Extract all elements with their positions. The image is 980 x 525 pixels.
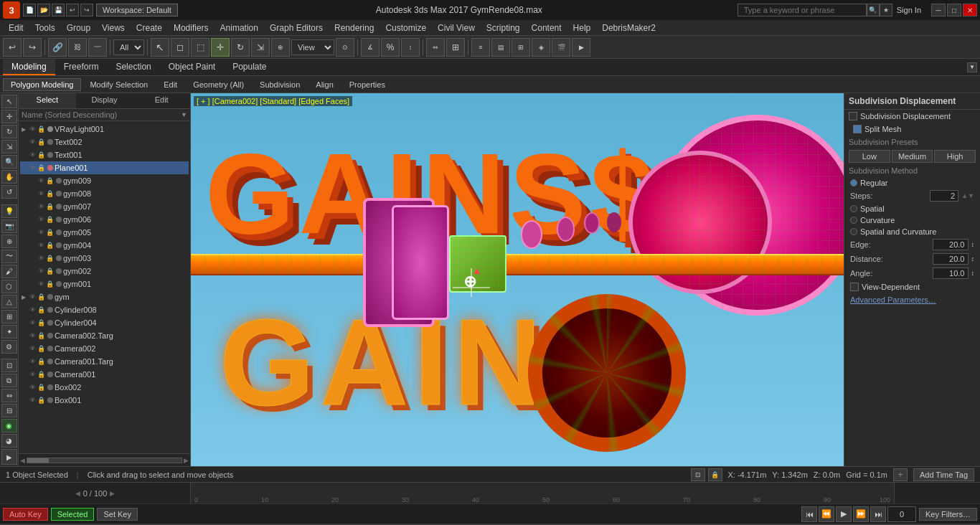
redo-tb-btn[interactable]: ↪	[23, 38, 42, 57]
menu-help[interactable]: Help	[567, 22, 597, 34]
render-scene-btn[interactable]: 🎬	[552, 38, 570, 57]
save-btn[interactable]: 💾	[52, 4, 65, 16]
link-btn[interactable]: 🔗	[48, 38, 67, 57]
tree-item-text001[interactable]: 👁 🔒 Text001	[20, 148, 189, 161]
lock-icon[interactable]: 🔒	[37, 164, 45, 171]
tree-item-gym001[interactable]: 👁 🔒 gym001	[20, 278, 189, 290]
regular-radio[interactable]	[850, 179, 857, 186]
tree-item-box002[interactable]: 👁 🔒 Box002	[20, 381, 189, 394]
preset-medium-btn[interactable]: Medium	[892, 150, 933, 163]
ribbon-btn[interactable]: ▤	[491, 38, 510, 57]
tree-tab-select[interactable]: Select	[19, 93, 76, 108]
name-sort-header[interactable]: Name (Sorted Descending) ▼	[19, 109, 190, 121]
preset-high-btn[interactable]: High	[934, 150, 976, 163]
spatial-curvature-radio[interactable]	[850, 228, 857, 235]
tree-item-camera001[interactable]: 👁 🔒 Camera001	[20, 368, 189, 381]
scale-btn[interactable]: ⇲	[251, 38, 270, 57]
menu-customize[interactable]: Customize	[380, 22, 432, 34]
tree-item-gym009[interactable]: 👁 🔒 gym009	[20, 174, 189, 187]
sub-tab-properties[interactable]: Properties	[342, 79, 392, 90]
edge-input[interactable]	[933, 239, 969, 250]
sub-tab-align[interactable]: Align	[308, 79, 340, 90]
menu-animation[interactable]: Animation	[215, 22, 264, 34]
tree-item-gym005[interactable]: 👁 🔒 gym005	[20, 226, 189, 239]
view-dependent-checkbox[interactable]	[850, 283, 859, 291]
eye-icon[interactable]: 👁	[29, 138, 36, 146]
schematic-view-btn[interactable]: ⊞	[512, 38, 530, 57]
distance-spinner[interactable]: ↕	[971, 255, 975, 262]
tree-item-camera001-target[interactable]: 👁 🔒 Camera001.Targ	[20, 355, 189, 368]
lock-icon[interactable]: 🔒	[46, 177, 54, 184]
material-editor-btn[interactable]: ◈	[532, 38, 550, 57]
tab-modeling[interactable]: Modeling	[3, 60, 55, 75]
eye-icon[interactable]: 👁	[29, 164, 36, 171]
expand-ribbon-btn[interactable]: ▼	[967, 62, 977, 72]
menu-tools[interactable]: Tools	[29, 22, 61, 34]
tree-item-gym006[interactable]: 👁 🔒 gym006	[20, 213, 189, 226]
tree-item-plane001[interactable]: 👁 🔒 Plane001	[20, 161, 189, 174]
geometry-btn[interactable]: ⬡	[1, 280, 17, 293]
new-btn[interactable]: 📄	[23, 4, 36, 16]
scroll-right-btn[interactable]: ▶	[184, 457, 189, 464]
angle-input[interactable]	[933, 268, 969, 279]
shape-btn[interactable]: △	[1, 295, 17, 308]
edge-spinner[interactable]: ↕	[971, 241, 975, 248]
tab-selection[interactable]: Selection	[107, 60, 159, 75]
select-move-btn[interactable]: ✛	[211, 38, 230, 57]
open-btn[interactable]: 📂	[37, 4, 50, 16]
timeline-track[interactable]: 0 10 20 30 40 50 60 70 80 90 100	[191, 483, 894, 503]
steps-input[interactable]	[930, 190, 958, 202]
spinner-snap-btn[interactable]: ↕	[401, 38, 420, 57]
menu-graph-editors[interactable]: Graph Editors	[264, 22, 329, 34]
key-filters-btn[interactable]: Key Filters…	[919, 508, 977, 521]
auto-key-btn[interactable]: Auto Key	[3, 508, 48, 521]
menu-edit[interactable]: Edit	[3, 22, 29, 34]
workspace-dropdown[interactable]: Workspace: Default	[96, 4, 178, 16]
menu-views[interactable]: Views	[96, 22, 131, 34]
viewport[interactable]: [ + ] [Camera002] [Standard] [Edged Face…	[191, 93, 844, 466]
mirror-btn[interactable]: ⇔	[426, 38, 445, 57]
mirror-lt-btn[interactable]: ⇔	[1, 389, 17, 402]
eye-icon[interactable]: 👁	[38, 177, 44, 184]
tree-tab-display[interactable]: Display	[76, 93, 133, 108]
lock-icon[interactable]: 🔒	[37, 126, 45, 133]
unlink-btn[interactable]: ⛓	[68, 38, 87, 57]
prev-frame-btn[interactable]: ⏪	[819, 506, 834, 522]
current-frame-input[interactable]	[887, 506, 916, 522]
add-time-tag-btn[interactable]: Add Time Tag	[913, 468, 974, 481]
tab-populate[interactable]: Populate	[224, 60, 275, 75]
select-tool[interactable]: ↖	[1, 95, 17, 108]
snap-lock-btn[interactable]: 🔒	[708, 468, 722, 481]
rotate-btn[interactable]: ↻	[231, 38, 250, 57]
select-region-type-btn[interactable]: ⬚	[191, 38, 209, 57]
bind-spacewarp-btn[interactable]: 〰	[88, 38, 107, 57]
maximize-btn[interactable]: □	[947, 4, 961, 16]
dynamics-btn[interactable]: ⚙	[1, 340, 17, 354]
selection-filter-dropdown[interactable]: All	[113, 39, 144, 55]
rotate-tool[interactable]: ↻	[1, 125, 17, 138]
snap-settings[interactable]: ⊡	[1, 359, 17, 372]
quick-render-btn[interactable]: ▶	[572, 38, 590, 57]
orbit-tool[interactable]: ↺	[1, 185, 17, 199]
spacewarp-btn[interactable]: 〜	[1, 250, 17, 263]
tree-item-cylinder008[interactable]: 👁 🔒 Cylinder008	[20, 303, 189, 316]
tree-item-text002[interactable]: 👁 🔒 Text002	[20, 136, 189, 148]
sign-in-link[interactable]: Sign In	[892, 6, 925, 14]
tab-object-paint[interactable]: Object Paint	[160, 60, 224, 75]
array-tool[interactable]: ⧉	[1, 374, 17, 387]
active-shade[interactable]: ◉	[1, 419, 17, 432]
set-key-btn[interactable]: Set Key	[97, 508, 138, 521]
sub-tab-modify-selection[interactable]: Modify Selection	[83, 79, 155, 90]
subdiv-disp-checkbox[interactable]	[849, 112, 857, 120]
tree-item-gym004[interactable]: 👁 🔒 gym004	[20, 239, 189, 252]
eye-icon[interactable]: 👁	[29, 126, 36, 133]
tree-item-gym007[interactable]: 👁 🔒 gym007	[20, 200, 189, 213]
preset-low-btn[interactable]: Low	[849, 150, 890, 163]
light-btn[interactable]: 💡	[1, 204, 17, 218]
paint-btn[interactable]: 🖌	[1, 265, 17, 278]
steps-spinner[interactable]: ▲▼	[961, 192, 974, 199]
scale-tool[interactable]: ⇲	[1, 140, 17, 153]
search-input[interactable]	[738, 4, 867, 16]
use-pivot-center-btn[interactable]: ⊙	[336, 38, 354, 57]
move-tool[interactable]: ✛	[1, 110, 17, 123]
